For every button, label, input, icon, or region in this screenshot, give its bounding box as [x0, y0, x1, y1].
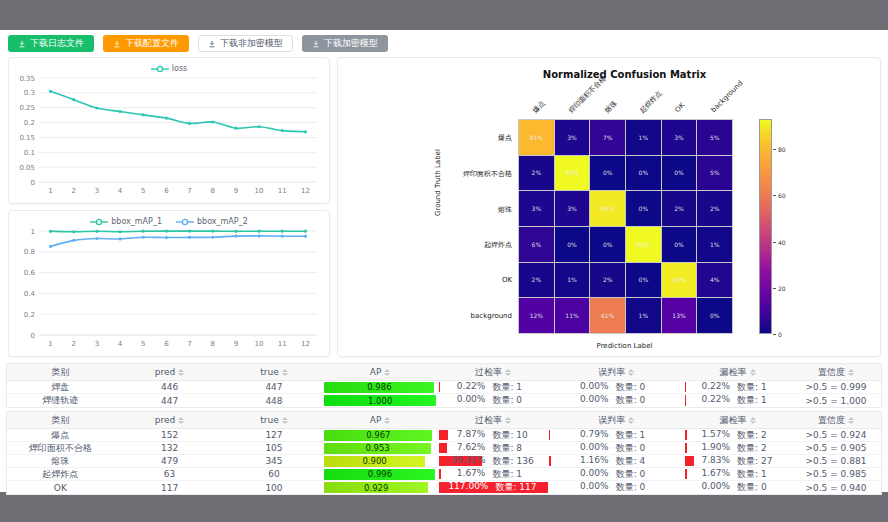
rate-percent: 1.67% [696, 468, 730, 480]
col-header-true[interactable]: true [225, 412, 322, 428]
col-header-miss[interactable]: 漏检率 [684, 364, 791, 380]
rate-percent: 1.90% [696, 442, 730, 454]
misjudge-cell: 0.00%数量: 0 [548, 468, 684, 480]
misjudge-cell: 0.00%数量: 0 [548, 381, 684, 393]
matrix-cell: 90% [590, 191, 625, 226]
col-header-conf[interactable]: 置信度 [791, 412, 881, 428]
over-detection-cell-text: 7.62%数量: 8 [438, 442, 548, 454]
download-unencrypted-model-button[interactable]: 下载非加密模型 [198, 35, 293, 52]
matrix-cell-value: 1% [710, 241, 720, 248]
matrix-cell: 1% [626, 298, 661, 333]
col-header-ap[interactable]: AP [322, 412, 437, 428]
download-encrypted-model-label: 下载加密模型 [324, 37, 378, 50]
confidence-cell: >0.5 = 0.985 [791, 468, 881, 480]
matrix-row-label: 爆点 [424, 133, 512, 143]
pred-value: 117 [114, 481, 226, 494]
sort-icon [384, 417, 390, 424]
matrix-cell-value: 5% [710, 169, 720, 176]
misjudge-cell-text: 0.00%数量: 0 [548, 442, 684, 454]
svg-text:10: 10 [255, 340, 264, 348]
matrix-cell-value: 12% [530, 312, 543, 319]
pred-value: 447 [114, 394, 226, 407]
col-header-over[interactable]: 过检率 [438, 412, 548, 428]
rate-count: 数量: 1 [492, 468, 534, 480]
download-encrypted-model-button[interactable]: 下载加密模型 [302, 35, 388, 52]
matrix-cell-value: 0% [567, 241, 577, 248]
colorbar [759, 119, 772, 334]
col-header-label: AP [370, 415, 382, 425]
svg-text:0.05: 0.05 [19, 164, 35, 172]
confusion-matrix-xlabel: Prediction Label [518, 342, 731, 350]
rate-percent: 0.00% [575, 442, 609, 454]
row-label: OK [7, 481, 114, 494]
missed-detection-cell: 7.83%数量: 27 [684, 455, 791, 467]
matrix-row-label: 熔珠 [424, 205, 512, 215]
legend-item-loss[interactable]: loss [151, 64, 187, 73]
matrix-cell-value: 0% [674, 241, 684, 248]
matrix-cell-value: 0% [674, 169, 684, 176]
svg-text:0.1: 0.1 [24, 149, 35, 157]
col-header-mis[interactable]: 误判率 [548, 364, 684, 380]
pred-value: 479 [114, 455, 226, 467]
loss-chart: 00.050.10.150.20.250.30.3512345678910111… [9, 74, 329, 204]
col-header-label: 过检率 [475, 414, 502, 427]
matrix-cell-value: 93% [565, 169, 578, 176]
misjudge-cell: 1.16%数量: 4 [548, 455, 684, 467]
matrix-cell: 5% [697, 120, 732, 155]
matrix-cell-value: 3% [532, 205, 542, 212]
matrix-cell: 1% [697, 227, 732, 262]
matrix-cell-value: 1% [639, 134, 649, 141]
sort-icon [750, 417, 756, 424]
matrix-cell-value: 0% [710, 312, 720, 319]
missed-detection-cell-text: 1.67%数量: 1 [684, 468, 791, 480]
sort-icon [178, 417, 184, 424]
svg-text:0.6: 0.6 [24, 269, 36, 277]
ap-bar: 1.000 [324, 395, 435, 406]
legend-item-bbox_mAP_1[interactable]: bbox_mAP_1 [90, 217, 162, 226]
rate-count: 数量: 0 [492, 394, 534, 407]
matrix-cell-value: 2% [674, 205, 684, 212]
matrix-cell-value: 0% [603, 241, 613, 248]
loss-chart-card: loss 00.050.10.150.20.250.30.35123456789… [8, 57, 330, 204]
true-value: 60 [225, 468, 322, 480]
col-header-mis[interactable]: 误判率 [548, 412, 684, 428]
map-chart-legend: bbox_mAP_1 bbox_mAP_2 [9, 211, 329, 227]
confidence-cell: >0.5 = 1.000 [791, 394, 881, 407]
legend-item-bbox_mAP_2[interactable]: bbox_mAP_2 [176, 217, 248, 226]
col-header-true[interactable]: true [225, 364, 322, 380]
matrix-row-label: background [424, 312, 512, 320]
rate-percent: 39.42% [451, 455, 485, 467]
line-chart-svg: 00.20.40.60.81123456789101112 [9, 227, 329, 353]
over-detection-cell: 7.87%数量: 10 [438, 429, 548, 441]
matrix-cell: 2% [519, 156, 554, 191]
matrix-cell: 7% [590, 120, 625, 155]
svg-text:6: 6 [164, 340, 169, 348]
ap-cell: 0.996 [322, 468, 437, 480]
download-config-button[interactable]: 下载配置文件 [103, 35, 189, 52]
matrix-cell: 0% [662, 227, 697, 262]
col-header-over[interactable]: 过检率 [438, 364, 548, 380]
rate-count: 数量: 0 [737, 481, 779, 494]
col-header-pred[interactable]: pred [114, 412, 226, 428]
matrix-column-label: 焊印面积不合格 [566, 74, 609, 117]
loss-chart-legend: loss [9, 58, 329, 74]
svg-text:4: 4 [118, 340, 123, 348]
col-header-ap[interactable]: AP [322, 364, 437, 380]
sort-icon [282, 369, 288, 376]
over-detection-cell-text: 117.00%数量: 117 [438, 481, 548, 494]
table-row: OK1171000.929117.00%数量: 1170.00%数量: 00.0… [7, 481, 881, 494]
over-detection-cell: 39.42%数量: 136 [438, 455, 548, 467]
col-header-miss[interactable]: 漏检率 [684, 412, 791, 428]
rate-count: 数量: 136 [493, 455, 535, 467]
matrix-column-label: OK [674, 101, 690, 117]
col-header-label: 漏检率 [720, 414, 747, 427]
rate-count: 数量: 117 [495, 481, 537, 494]
missed-detection-cell: 1.57%数量: 2 [684, 429, 791, 441]
missed-detection-cell: 0.22%数量: 1 [684, 394, 791, 407]
matrix-cell-value: 3% [567, 205, 577, 212]
line-chart-svg: 00.050.10.150.20.250.30.3512345678910111… [9, 74, 329, 200]
col-header-conf[interactable]: 置信度 [791, 364, 881, 380]
rate-percent: 1.67% [451, 468, 485, 480]
download-log-button[interactable]: 下载日志文件 [8, 35, 94, 52]
col-header-pred[interactable]: pred [114, 364, 226, 380]
